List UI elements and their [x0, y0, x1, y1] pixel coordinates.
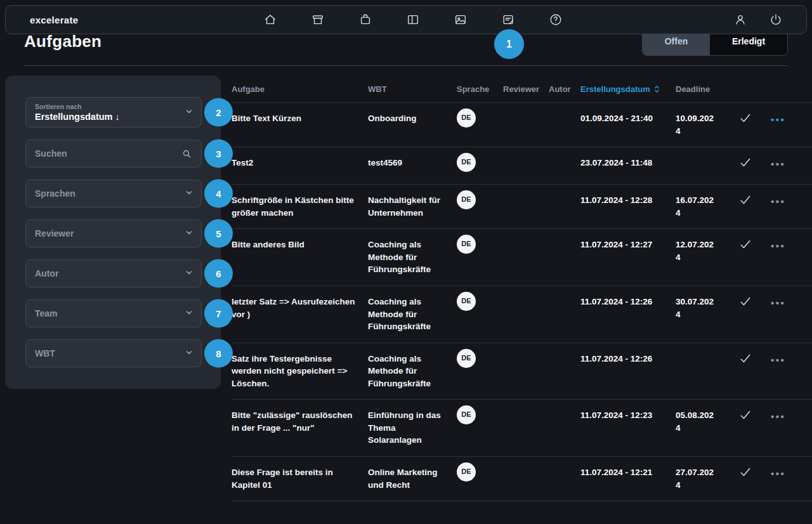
cell-erstellungsdatum: 01.09.2024 - 21:40 [580, 112, 676, 125]
complete-check-button[interactable] [739, 409, 752, 421]
step-badge-7: 7 [204, 299, 233, 328]
row-menu-button[interactable] [771, 412, 785, 421]
cell-aufgabe: Bitte anderes Bild [232, 239, 368, 251]
cell-erstellungsdatum: 23.07.2024 - 11:48 [580, 157, 676, 169]
row-menu-button[interactable] [771, 355, 785, 365]
language-badge: DE [457, 462, 476, 481]
search-icon [181, 148, 192, 159]
filter-dropdown[interactable]: Autor 6 [25, 259, 202, 287]
cell-deadline: 27.07.2024 [676, 466, 717, 491]
complete-check-button[interactable] [739, 352, 752, 365]
cell-wbt: Online Marketing und Recht [368, 466, 457, 491]
search-input[interactable] [35, 148, 181, 159]
complete-check-button[interactable] [739, 238, 752, 251]
cell-erstellungsdatum: 11.07.2024 - 12:21 [580, 466, 676, 479]
nav-image-button[interactable] [447, 6, 475, 34]
nav-bag-button[interactable] [351, 6, 379, 34]
bag-icon [358, 13, 372, 27]
row-menu-button[interactable] [771, 197, 785, 206]
cell-wbt: Coaching als Methode für Führungskräfte [368, 296, 457, 333]
tasks-icon [501, 13, 515, 27]
row-menu-button[interactable] [771, 241, 785, 251]
col-reviewer: Reviewer [503, 84, 549, 94]
complete-check-button[interactable] [739, 112, 752, 124]
columns-icon [406, 13, 420, 27]
step-badge-3: 3 [204, 140, 233, 168]
header-divider [24, 65, 788, 66]
table-row[interactable]: Bitte Text Kürzen Onboarding DE 01.09.20… [232, 103, 812, 147]
row-menu-button[interactable] [771, 159, 785, 169]
brand-logo[interactable]: excelerate [30, 15, 78, 25]
nav-columns-button[interactable] [399, 6, 427, 34]
filter-dropdown-list: Sprachen 4 Reviewer 5 Autor 6 Team 7 WBT… [25, 180, 202, 367]
step-badge-5: 5 [204, 219, 233, 248]
cell-erstellungsdatum: 11.07.2024 - 12:26 [580, 353, 676, 365]
cell-aufgabe: letzter Satz => Ausrufezeichen vor ) [232, 296, 368, 320]
chevron-down-icon [185, 107, 193, 118]
table-row[interactable]: Schriftgröße in Kästchen bitte größer ma… [232, 185, 812, 229]
sort-select[interactable]: Sortieren nach Erstellungsdatum ↓ 2 [25, 97, 202, 128]
col-sprache: Sprache [457, 84, 503, 94]
language-badge: DE [457, 153, 476, 172]
chevron-down-icon [185, 188, 193, 199]
filter-dropdown[interactable]: Reviewer 5 [25, 219, 202, 247]
topbar: excelerate [5, 5, 807, 34]
cell-aufgabe: Diese Frage ist bereits in Kapitel 01 [232, 466, 368, 491]
cell-wbt: Einführung in das Thema Solaranlagen [368, 409, 457, 447]
language-badge: DE [457, 108, 476, 128]
col-autor: Autor [549, 84, 580, 94]
filter-panel: Sortieren nach Erstellungsdatum ↓ 2 3 Sp… [5, 75, 221, 389]
nav-help-button[interactable] [542, 6, 570, 34]
table-row[interactable]: Bitte "zulässige" rauslöschen in der Fra… [232, 400, 812, 457]
dropdown-label: Autor [35, 268, 58, 278]
step-badge-8: 8 [204, 339, 233, 368]
cell-deadline: 10.09.2024 [676, 112, 717, 137]
filter-dropdown[interactable]: Sprachen 4 [25, 180, 202, 207]
nav-archive-button[interactable] [304, 6, 332, 34]
cell-deadline: 16.07.2024 [676, 194, 717, 219]
cell-wbt: Onboarding [368, 112, 457, 125]
cell-aufgabe: Satz ihre Testergebnisse werden nicht ge… [232, 353, 368, 390]
dropdown-label: Team [35, 308, 58, 318]
cell-deadline: 05.08.2024 [676, 409, 717, 434]
check-icon [739, 112, 752, 124]
cell-aufgabe: Bitte "zulässige" rauslöschen in der Fra… [232, 409, 368, 434]
cell-erstellungsdatum: 11.07.2024 - 12:26 [580, 296, 676, 308]
table-header: Aufgabe WBT Sprache Reviewer Autor Erste… [232, 75, 812, 103]
table-row[interactable]: letzter Satz => Ausrufezeichen vor ) Coa… [232, 286, 812, 343]
row-menu-button[interactable] [771, 469, 785, 478]
filter-dropdown[interactable]: WBT 8 [25, 339, 202, 367]
filter-dropdown[interactable]: Team 7 [25, 299, 202, 327]
profile-button[interactable] [726, 6, 754, 34]
language-badge: DE [457, 349, 476, 368]
dropdown-label: Sprachen [35, 188, 75, 199]
search-box: 3 [25, 140, 202, 167]
complete-check-button[interactable] [739, 295, 752, 308]
sort-label: Sortieren nach [35, 103, 82, 110]
check-icon [739, 409, 752, 421]
image-icon [454, 13, 468, 27]
help-icon [549, 13, 563, 27]
check-icon [739, 295, 752, 308]
logout-button[interactable] [762, 6, 790, 34]
complete-check-button[interactable] [739, 193, 752, 206]
complete-check-button[interactable] [739, 156, 752, 169]
table-row[interactable]: Test2 test4569 DE 23.07.2024 - 11:48 [232, 147, 812, 185]
cell-deadline: 12.07.2024 [676, 239, 717, 263]
table-row[interactable]: Satz ihre Testergebnisse werden nicht ge… [232, 343, 812, 400]
check-icon [739, 238, 752, 251]
dropdown-label: Reviewer [35, 228, 74, 239]
user-icon [733, 13, 747, 27]
page-title: Aufgaben [24, 32, 102, 51]
table-row[interactable]: Diese Frage ist bereits in Kapitel 01 On… [232, 457, 812, 501]
col-erstellungsdatum[interactable]: Erstellungsdatum [580, 84, 676, 94]
complete-check-button[interactable] [739, 466, 752, 478]
step-badge-4: 4 [204, 180, 233, 208]
table-row[interactable]: Bitte anderes Bild Coaching als Methode … [232, 229, 812, 286]
nav-home-button[interactable] [256, 6, 284, 34]
dropdown-label: WBT [35, 348, 55, 358]
home-icon [263, 13, 277, 27]
col-wbt: WBT [368, 84, 457, 94]
row-menu-button[interactable] [771, 115, 785, 124]
row-menu-button[interactable] [771, 298, 785, 308]
